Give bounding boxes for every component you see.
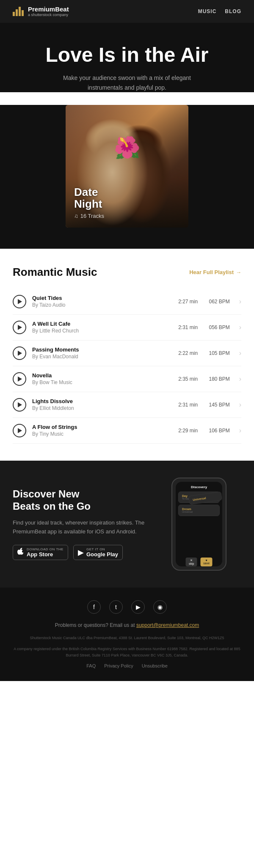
- track-item: Passing Moments By Evan MacDonald 2:22 m…: [13, 341, 241, 366]
- footer-link-unsubscribe[interactable]: Unsubscribe: [142, 663, 168, 668]
- track-bpm: 145 BPM: [206, 402, 233, 408]
- track-name: A Flow of Strings: [32, 424, 171, 430]
- track-artist: By Bow Tie Music: [32, 379, 171, 385]
- chevron-right-icon: ›: [239, 375, 241, 383]
- track-info: Passing Moments By Evan MacDonald: [32, 346, 171, 360]
- premiumbeat-logo-icon: [13, 7, 25, 16]
- googleplay-store: Google Play: [86, 551, 118, 558]
- play-button[interactable]: [13, 295, 26, 308]
- album-info: DateNight ♫ 16 Tracks: [74, 186, 104, 219]
- phone-discovery-label: Discovery: [178, 485, 220, 489]
- track-name: Passing Moments: [32, 346, 171, 353]
- play-button[interactable]: [13, 398, 26, 412]
- track-name: Novella: [32, 372, 171, 379]
- track-bpm: 062 BPM: [206, 299, 233, 305]
- hero-section: Love Is in the Air Make your audience sw…: [0, 23, 254, 92]
- phone-save-button[interactable]: ♥ save: [201, 558, 213, 566]
- footer: f t ▶ ◉ Problems or questions? Email us …: [0, 588, 254, 681]
- svg-rect-2: [19, 7, 21, 16]
- track-name: Lights Dissolve: [32, 398, 171, 404]
- track-duration: 2:29 min: [177, 428, 200, 434]
- twitter-icon[interactable]: t: [109, 600, 123, 614]
- appstore-store: App Store: [27, 551, 64, 558]
- play-button[interactable]: [13, 372, 26, 386]
- googleplay-label: GET IT ON: [86, 547, 118, 551]
- track-bpm: 056 BPM: [206, 324, 233, 330]
- arrow-right-icon: →: [236, 269, 241, 275]
- hero-title: Love Is in the Air: [13, 44, 241, 66]
- play-triangle-icon: [18, 376, 22, 382]
- phone-card2-title: Dream: [182, 508, 216, 511]
- flower-accent: 🌺: [114, 135, 140, 160]
- track-bpm: 105 BPM: [206, 350, 233, 356]
- album-tracks: ♫ 16 Tracks: [74, 213, 104, 219]
- chevron-right-icon: ›: [239, 401, 241, 409]
- play-button[interactable]: [13, 424, 26, 437]
- play-triangle-icon: [18, 402, 22, 407]
- album-name: DateNight: [74, 186, 104, 210]
- track-artist: By Evan MacDonald: [32, 354, 171, 360]
- track-item: A Well Lit Cafe By Little Red Church 2:3…: [13, 315, 241, 341]
- track-item: A Flow of Strings By Tiny Music 2:29 min…: [13, 418, 241, 444]
- app-text: Discover NewBeats on the Go Find your id…: [13, 488, 148, 560]
- android-icon: ▶: [78, 548, 84, 557]
- album-container: 🌺 DateNight ♫ 16 Tracks: [0, 105, 254, 249]
- play-triangle-icon: [18, 299, 22, 304]
- phone-buttons: ✕ skip ♥ save: [186, 558, 213, 566]
- play-triangle-icon: [18, 351, 22, 356]
- youtube-icon[interactable]: ▶: [131, 600, 145, 614]
- album-card[interactable]: 🌺 DateNight ♫ 16 Tracks: [66, 105, 188, 228]
- track-duration: 2:22 min: [177, 350, 200, 356]
- nav-blog[interactable]: BLOG: [225, 8, 241, 14]
- svg-rect-0: [13, 12, 15, 16]
- track-duration: 2:27 min: [177, 299, 200, 305]
- main-nav: MUSIC BLOG: [198, 8, 241, 14]
- track-info: Lights Dissolve By Elliot Middleton: [32, 398, 171, 411]
- googleplay-badge[interactable]: ▶ GET IT ON Google Play: [73, 545, 123, 560]
- play-triangle-icon: [18, 428, 22, 433]
- track-item: Quiet Tides By Taizo Audio 2:27 min 062 …: [13, 289, 241, 315]
- phone-screen: Discovery Day To Day Dream Universal Uni…: [176, 482, 222, 566]
- logo-text: PremiumBeat a shutterstock company: [28, 6, 69, 17]
- phone-card-rotated-title: Universal: [192, 495, 218, 501]
- track-info: A Well Lit Cafe By Little Red Church: [32, 321, 171, 334]
- facebook-icon[interactable]: f: [87, 600, 101, 614]
- phone-card-2: Dream Universal: [178, 505, 220, 516]
- appstore-badge[interactable]: Download on the App Store: [13, 545, 68, 560]
- track-info: Novella By Bow Tie Music: [32, 372, 171, 385]
- track-info: A Flow of Strings By Tiny Music: [32, 424, 171, 437]
- hear-playlist-link[interactable]: Hear Full Playlist →: [189, 269, 241, 275]
- footer-link-privacy[interactable]: Privacy Policy: [104, 663, 133, 668]
- social-icons: f t ▶ ◉: [13, 600, 241, 614]
- track-artist: By Taizo Audio: [32, 302, 171, 308]
- track-artist: By Tiny Music: [32, 431, 171, 437]
- chevron-right-icon: ›: [239, 298, 241, 305]
- instagram-icon[interactable]: ◉: [153, 600, 167, 614]
- footer-address2: A company registered under the British C…: [13, 646, 241, 658]
- nav-music[interactable]: MUSIC: [198, 8, 217, 14]
- footer-email[interactable]: support@premiumbeat.com: [136, 622, 199, 628]
- footer-contact: Problems or questions? Email us at suppo…: [13, 622, 241, 628]
- footer-links: FAQ Privacy Policy Unsubscribe: [13, 663, 241, 668]
- track-artist: By Elliot Middleton: [32, 405, 171, 411]
- track-duration: 2:31 min: [177, 324, 200, 330]
- phone-card2-sub: Universal: [182, 511, 216, 513]
- play-button[interactable]: [13, 346, 26, 360]
- phone-skip-button[interactable]: ✕ skip: [186, 558, 197, 566]
- phone-cards: Day To Day Dream Universal Universal: [178, 492, 220, 516]
- logo-name: PremiumBeat: [28, 6, 69, 13]
- footer-link-faq[interactable]: FAQ: [86, 663, 96, 668]
- track-artist: By Little Red Church: [32, 328, 171, 334]
- app-badges: Download on the App Store ▶ GET IT ON Go…: [13, 545, 148, 560]
- logo-sub: a shutterstock company: [28, 13, 69, 17]
- track-item: Lights Dissolve By Elliot Middleton 2:31…: [13, 392, 241, 418]
- app-title: Discover NewBeats on the Go: [13, 488, 148, 513]
- track-item: Novella By Bow Tie Music 2:35 min 180 BP…: [13, 366, 241, 392]
- play-button[interactable]: [13, 321, 26, 334]
- app-desc: Find your ideal track, wherever inspirat…: [13, 519, 148, 536]
- track-list: Quiet Tides By Taizo Audio 2:27 min 062 …: [13, 289, 241, 444]
- track-bpm: 106 BPM: [206, 428, 233, 434]
- chevron-right-icon: ›: [239, 427, 241, 434]
- music-note-icon: ♫: [74, 213, 78, 219]
- track-info: Quiet Tides By Taizo Audio: [32, 295, 171, 308]
